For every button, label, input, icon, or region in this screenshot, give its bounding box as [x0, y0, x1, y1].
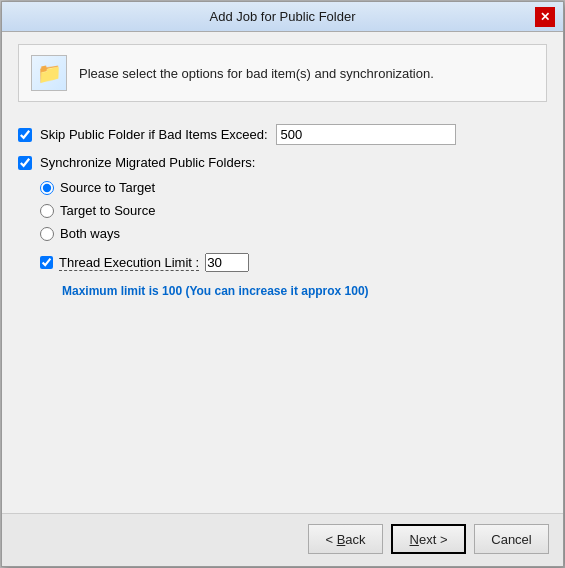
footer: < Back Next > Cancel: [2, 513, 563, 566]
radio-target-to-source-row: Target to Source: [40, 203, 547, 218]
skip-bad-items-row: Skip Public Folder if Bad Items Exceed:: [18, 124, 547, 145]
back-label: < Back: [325, 532, 365, 547]
info-text: Please select the options for bad item(s…: [79, 66, 434, 81]
options-area: Skip Public Folder if Bad Items Exceed: …: [18, 120, 547, 501]
content-area: 📁 Please select the options for bad item…: [2, 32, 563, 513]
next-button[interactable]: Next >: [391, 524, 466, 554]
sync-migrated-row: Synchronize Migrated Public Folders:: [18, 155, 547, 170]
main-window: Add Job for Public Folder ✕ 📁 Please sel…: [1, 1, 564, 567]
radio-target-to-source[interactable]: [40, 204, 54, 218]
max-limit-suffix: (You can increase it approx: [182, 284, 345, 298]
skip-bad-items-label: Skip Public Folder if Bad Items Exceed:: [40, 127, 268, 142]
skip-bad-items-input[interactable]: [276, 124, 456, 145]
max-limit-value: 100: [162, 284, 182, 298]
max-limit-approx: 100: [345, 284, 365, 298]
radio-both-ways-row: Both ways: [40, 226, 547, 241]
radio-both-ways-label: Both ways: [60, 226, 120, 241]
radio-both-ways[interactable]: [40, 227, 54, 241]
max-limit-info: Maximum limit is 100 (You can increase i…: [62, 284, 547, 298]
title-bar: Add Job for Public Folder ✕: [2, 2, 563, 32]
next-label: Next >: [410, 532, 448, 547]
radio-source-to-target-label: Source to Target: [60, 180, 155, 195]
max-limit-prefix: Maximum limit is: [62, 284, 162, 298]
window-title: Add Job for Public Folder: [30, 9, 535, 24]
radio-group: Source to Target Target to Source Both w…: [40, 180, 547, 298]
sync-migrated-checkbox[interactable]: [18, 156, 32, 170]
thread-execution-checkbox[interactable]: [40, 256, 53, 269]
radio-source-to-target-row: Source to Target: [40, 180, 547, 195]
skip-bad-items-checkbox[interactable]: [18, 128, 32, 142]
cancel-button[interactable]: Cancel: [474, 524, 549, 554]
folder-icon: 📁: [31, 55, 67, 91]
info-box: 📁 Please select the options for bad item…: [18, 44, 547, 102]
max-limit-end: ): [365, 284, 369, 298]
radio-source-to-target[interactable]: [40, 181, 54, 195]
thread-execution-row: Thread Execution Limit :: [40, 253, 547, 272]
cancel-label: Cancel: [491, 532, 531, 547]
back-button[interactable]: < Back: [308, 524, 383, 554]
close-button[interactable]: ✕: [535, 7, 555, 27]
thread-execution-input[interactable]: [205, 253, 249, 272]
thread-execution-label: Thread Execution Limit :: [59, 255, 199, 271]
sync-migrated-label: Synchronize Migrated Public Folders:: [40, 155, 255, 170]
radio-target-to-source-label: Target to Source: [60, 203, 155, 218]
